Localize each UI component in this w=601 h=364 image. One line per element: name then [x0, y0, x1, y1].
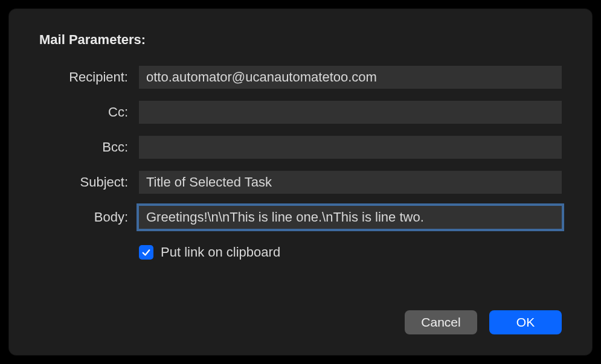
body-input[interactable]	[139, 206, 562, 229]
body-row: Body:	[39, 206, 562, 229]
cc-row: Cc:	[39, 101, 562, 124]
mail-parameters-dialog: Mail Parameters: Recipient: Cc: Bcc: Sub…	[9, 9, 592, 355]
cc-input[interactable]	[139, 101, 562, 124]
bcc-row: Bcc:	[39, 136, 562, 159]
bcc-label: Bcc:	[39, 139, 139, 155]
checkmark-icon	[141, 247, 152, 258]
dialog-title: Mail Parameters:	[39, 32, 562, 48]
cc-label: Cc:	[39, 104, 139, 120]
subject-row: Subject:	[39, 171, 562, 194]
clipboard-checkbox[interactable]	[139, 245, 153, 260]
recipient-input[interactable]	[139, 66, 562, 89]
bcc-input[interactable]	[139, 136, 562, 159]
subject-input[interactable]	[139, 171, 562, 194]
checkbox-row: Put link on clipboard	[39, 244, 562, 260]
clipboard-checkbox-label: Put link on clipboard	[161, 244, 280, 260]
body-label: Body:	[39, 209, 139, 225]
recipient-row: Recipient:	[39, 66, 562, 89]
clipboard-checkbox-wrap[interactable]: Put link on clipboard	[139, 244, 280, 260]
ok-button[interactable]: OK	[489, 310, 562, 334]
cancel-button[interactable]: Cancel	[405, 310, 477, 334]
recipient-label: Recipient:	[39, 69, 139, 85]
button-row: Cancel OK	[405, 310, 562, 334]
subject-label: Subject:	[39, 174, 139, 190]
